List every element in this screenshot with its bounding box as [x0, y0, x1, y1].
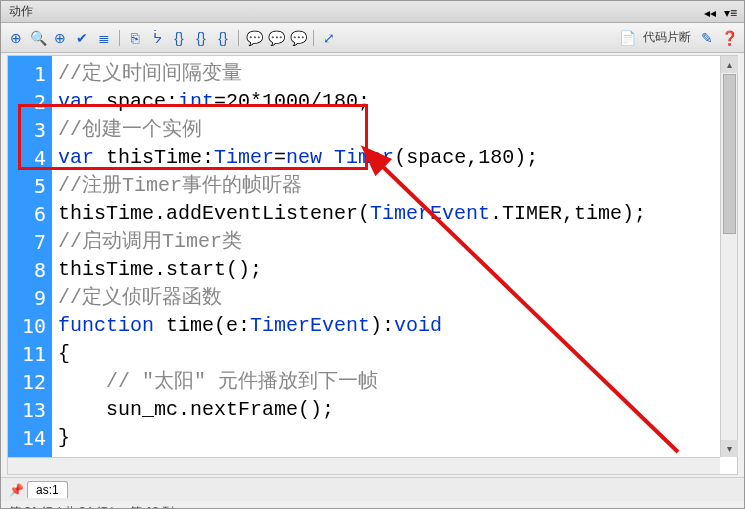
code-token: } — [58, 426, 70, 449]
code-token: void — [394, 314, 442, 337]
brace2-icon[interactable]: {} — [192, 29, 210, 47]
code-token: space: — [94, 90, 178, 113]
code-token — [322, 146, 334, 169]
code-line[interactable]: { — [58, 340, 731, 368]
pin-icon[interactable]: 📌 — [9, 483, 23, 497]
check-icon[interactable]: ✔ — [73, 29, 91, 47]
script-tab[interactable]: as:1 — [27, 481, 68, 498]
code-token: =20*1000/180; — [214, 90, 370, 113]
line-number: 14 — [12, 424, 46, 452]
code-line[interactable]: var space:int=20*1000/180; — [58, 88, 731, 116]
code-token: int — [178, 90, 214, 113]
comment2-icon[interactable]: 💬 — [267, 29, 285, 47]
scroll-thumb[interactable] — [723, 74, 736, 234]
code-line[interactable]: //定义侦听器函数 — [58, 284, 731, 312]
code-token: time(e: — [154, 314, 250, 337]
code-line[interactable]: //启动调用Timer类 — [58, 228, 731, 256]
collapse-icon[interactable]: ◂◂ — [704, 6, 716, 18]
code-token: //启动调用Timer类 — [58, 230, 242, 253]
line-number: 2 — [12, 88, 46, 116]
line-number: 8 — [12, 256, 46, 284]
code-token: (space,180); — [394, 146, 538, 169]
separator — [119, 30, 120, 46]
code-snippet-button[interactable]: 代码片断 — [640, 29, 694, 46]
code-line[interactable]: //定义时间间隔变量 — [58, 60, 731, 88]
code-line[interactable]: //注册Timer事件的帧听器 — [58, 172, 731, 200]
line-number: 10 — [12, 312, 46, 340]
code-token: thisTime: — [94, 146, 214, 169]
status-bar: 第 31 行 ( 共 34 行 ) ，第 18 列 — [1, 501, 744, 509]
code-line[interactable]: } — [58, 424, 731, 452]
brace3-icon[interactable]: {} — [214, 29, 232, 47]
line-gutter: 1234567891011121314 — [8, 56, 52, 474]
expand-icon[interactable]: ⤢ — [320, 29, 338, 47]
code-line[interactable]: var thisTime:Timer=new Timer(space,180); — [58, 144, 731, 172]
code-token: //创建一个实例 — [58, 118, 202, 141]
panel-title: 动作 — [9, 3, 33, 20]
debug-icon[interactable]: ᔮ — [148, 29, 166, 47]
code-token: thisTime.start(); — [58, 258, 262, 281]
code-token: TimerEvent — [370, 202, 490, 225]
line-number: 3 — [12, 116, 46, 144]
scroll-down-icon[interactable]: ▾ — [721, 440, 738, 457]
brace1-icon[interactable]: {} — [170, 29, 188, 47]
code-line[interactable]: function time(e:TimerEvent):void — [58, 312, 731, 340]
add-icon[interactable]: ⊕ — [7, 29, 25, 47]
code-token: //定义侦听器函数 — [58, 286, 222, 309]
code-line[interactable]: thisTime.addEventListener(TimerEvent.TIM… — [58, 200, 731, 228]
line-number: 5 — [12, 172, 46, 200]
target-icon[interactable]: ⊕ — [51, 29, 69, 47]
hint-icon[interactable]: ⎘ — [126, 29, 144, 47]
code-token: var — [58, 146, 94, 169]
code-token: thisTime.addEventListener( — [58, 202, 370, 225]
menu-icon[interactable]: ▾≡ — [724, 6, 736, 18]
separator — [238, 30, 239, 46]
code-line[interactable]: thisTime.start(); — [58, 256, 731, 284]
comment3-icon[interactable]: 💬 — [289, 29, 307, 47]
line-number: 1 — [12, 60, 46, 88]
wand-icon[interactable]: ✎ — [698, 29, 716, 47]
line-number: 6 — [12, 200, 46, 228]
separator — [313, 30, 314, 46]
code-token: Timer — [214, 146, 274, 169]
code-token: ): — [370, 314, 394, 337]
line-number: 7 — [12, 228, 46, 256]
code-line[interactable]: //创建一个实例 — [58, 116, 731, 144]
line-number: 4 — [12, 144, 46, 172]
tabs-bar: 📌 as:1 — [1, 477, 744, 501]
code-token: sun_mc.nextFrame(); — [58, 398, 334, 421]
code-token: TimerEvent — [250, 314, 370, 337]
code-token: function — [58, 314, 154, 337]
code-token: //注册Timer事件的帧听器 — [58, 174, 302, 197]
toolbar: ⊕ 🔍 ⊕ ✔ ≣ ⎘ ᔮ {} {} {} 💬 💬 💬 ⤢ 📄 代码片断 ✎ … — [1, 23, 744, 53]
line-number: 9 — [12, 284, 46, 312]
code-token: { — [58, 342, 70, 365]
line-number: 11 — [12, 340, 46, 368]
line-number: 13 — [12, 396, 46, 424]
code-editor[interactable]: 1234567891011121314 //定义时间间隔变量var space:… — [7, 55, 738, 475]
scroll-up-icon[interactable]: ▴ — [721, 56, 738, 73]
code-token: //定义时间间隔变量 — [58, 62, 242, 85]
panel-header: 动作 ◂◂ ▾≡ — [1, 1, 744, 23]
format-icon[interactable]: ≣ — [95, 29, 113, 47]
horizontal-scrollbar[interactable] — [8, 457, 720, 474]
vertical-scrollbar[interactable]: ▴ ▾ — [720, 56, 737, 457]
search-icon[interactable]: 🔍 — [29, 29, 47, 47]
code-token: var — [58, 90, 94, 113]
line-number: 12 — [12, 368, 46, 396]
script-icon[interactable]: 📄 — [618, 29, 636, 47]
code-body[interactable]: //定义时间间隔变量var space:int=20*1000/180;//创建… — [52, 56, 737, 474]
code-token: new — [286, 146, 322, 169]
code-line[interactable]: sun_mc.nextFrame(); — [58, 396, 731, 424]
comment-icon[interactable]: 💬 — [245, 29, 263, 47]
code-token: .TIMER,time); — [490, 202, 646, 225]
code-token — [58, 370, 106, 393]
code-line[interactable]: // "太阳" 元件播放到下一帧 — [58, 368, 731, 396]
code-token: // "太阳" 元件播放到下一帧 — [106, 370, 378, 393]
help-icon[interactable]: ❓ — [720, 29, 738, 47]
code-token: = — [274, 146, 286, 169]
code-token: Timer — [334, 146, 394, 169]
